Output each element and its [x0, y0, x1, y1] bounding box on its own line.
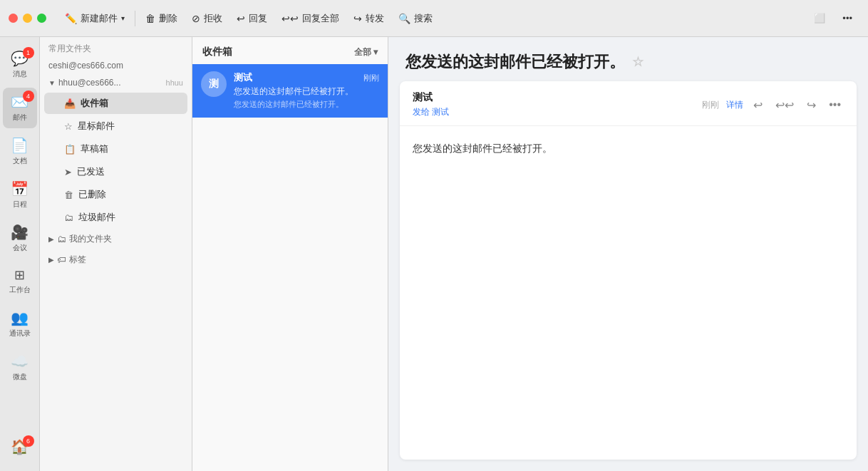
search-button[interactable]: 🔍 搜索 — [391, 9, 440, 29]
more-icon: ••• — [842, 13, 852, 24]
mail-title: 您发送的这封邮件已经被打开。 ☆ — [405, 51, 644, 73]
layout-button[interactable]: ⬜ — [807, 9, 832, 27]
mail-badge: 4 — [23, 90, 34, 102]
inbox-title: 收件箱 — [202, 46, 232, 58]
folder-deleted[interactable]: 🗑 已删除 — [44, 184, 187, 205]
sidebar-item-home[interactable]: 🏠 6 — [3, 433, 37, 461]
close-button[interactable] — [9, 14, 18, 23]
detail-link[interactable]: 详情 — [726, 100, 743, 110]
delete-icon: 🗑 — [145, 13, 155, 24]
mail-time-meta: 刚刚 详情 — [702, 99, 743, 111]
worktable-icon: ⊞ — [14, 267, 25, 283]
deleted-icon: 🗑 — [64, 190, 73, 200]
mail-content-header: 您发送的这封邮件已经被打开。 ☆ — [388, 37, 868, 81]
sidebar-item-docs[interactable]: 📄 文档 — [3, 131, 37, 172]
mail-body-header: 测试 发给 测试 刚刚 详情 ↩ ↩↩ ↪ ••• — [400, 81, 857, 126]
maximize-button[interactable] — [37, 14, 46, 23]
my-folders-folder-icon: 🗂 — [57, 234, 66, 244]
sidebar-item-weidisk[interactable]: ☁️ 微盘 — [3, 347, 37, 388]
filter-chevron-icon: ▾ — [373, 47, 378, 57]
mail-info-top: 测试 刚刚 — [234, 71, 379, 84]
more-button[interactable]: ••• — [835, 9, 859, 27]
titlebar: ✏️ 新建邮件 ▾ 🗑 删除 ⊘ 拒收 ↩ 回复 ↩↩ 回复全部 ↪ 转发 🔍 … — [0, 0, 868, 37]
schedule-icon: 📅 — [11, 180, 29, 197]
tags-folder-icon: 🏷 — [57, 254, 66, 265]
messages-badge: 1 — [23, 47, 34, 58]
sidebar-item-mail[interactable]: ✉️ 邮件 4 — [3, 88, 37, 128]
forward-button[interactable]: ↪ 转发 — [346, 9, 391, 29]
compose-icon: ✏️ — [65, 13, 77, 24]
chevron-down-icon: ▾ — [121, 14, 125, 22]
folder-panel: 常用文件夹 ceshi@ces666.com ▼ hhuu@ces666... … — [40, 37, 192, 471]
sidebar-item-contacts[interactable]: 👥 通讯录 — [3, 304, 37, 344]
main-layout: 💬 消息 1 ✉️ 邮件 4 📄 文档 📅 日程 🎥 会议 ⊞ 工作台 👥 通讯… — [0, 37, 868, 471]
sidebar-item-messages[interactable]: 💬 消息 1 — [3, 44, 37, 85]
mail-forward-btn[interactable]: ↪ — [804, 95, 819, 115]
reply-all-icon: ↩↩ — [281, 13, 299, 24]
folder-spam[interactable]: 🗂 垃圾邮件 — [44, 207, 187, 228]
common-folders-header: 常用文件夹 — [40, 37, 192, 58]
reply-button[interactable]: ↩ 回复 — [229, 9, 274, 29]
reply-all-button[interactable]: ↩↩ 回复全部 — [274, 9, 346, 29]
new-mail-button[interactable]: ✏️ 新建邮件 ▾ — [58, 9, 132, 29]
minimize-button[interactable] — [23, 14, 32, 23]
sent-icon: ➤ — [64, 167, 72, 177]
mail-list-header: 收件箱 全部 ▾ — [192, 37, 388, 64]
traffic-lights — [9, 14, 46, 23]
chevron-icon: ▼ — [48, 79, 56, 87]
spam-icon: 🗂 — [64, 212, 73, 223]
avatar: 测 — [201, 71, 227, 97]
folder-starred[interactable]: ☆ 星标邮件 — [44, 115, 187, 137]
weidisk-icon: ☁️ — [11, 353, 29, 370]
star-button[interactable]: ☆ — [632, 54, 644, 70]
account1-label: ceshi@ces666.com — [40, 58, 192, 73]
sidebar-item-worktable[interactable]: ⊞ 工作台 — [3, 262, 37, 301]
drafts-icon: 📋 — [64, 144, 76, 155]
forward-icon: ↪ — [353, 13, 362, 24]
sidebar-item-meeting[interactable]: 🎥 会议 — [3, 218, 37, 259]
sidebar-item-schedule[interactable]: 📅 日程 — [3, 175, 37, 215]
mail-filter[interactable]: 全部 ▾ — [354, 46, 378, 58]
tags-header[interactable]: ▶ 🏷 标签 — [40, 249, 192, 270]
meeting-icon: 🎥 — [11, 224, 29, 241]
mail-to: 发给 测试 — [413, 106, 449, 118]
divider — [135, 11, 135, 26]
docs-icon: 📄 — [11, 137, 29, 154]
folder-drafts[interactable]: 📋 草稿箱 — [44, 138, 187, 160]
mail-list-panel: 收件箱 全部 ▾ 测 测试 刚刚 您发送的这封邮件已经被打开。 您发送的这封邮件… — [192, 37, 388, 471]
sidebar-bottom: 🏠 6 — [0, 431, 40, 471]
my-folders-header[interactable]: ▶ 🗂 我的文件夹 — [40, 229, 192, 249]
folder-sent[interactable]: ➤ 已发送 — [44, 161, 187, 182]
mail-item[interactable]: 测 测试 刚刚 您发送的这封邮件已经被打开。 您发送的这封邮件已经被打开。 — [192, 64, 388, 118]
mail-content-panel: 您发送的这封邮件已经被打开。 ☆ 测试 发给 测试 刚刚 详情 — [388, 37, 868, 471]
mail-from-info: 测试 发给 测试 — [413, 91, 449, 118]
mail-body-actions-area: 刚刚 详情 ↩ ↩↩ ↪ ••• — [702, 95, 844, 115]
folder-inbox[interactable]: 📥 收件箱 — [44, 93, 187, 114]
search-icon: 🔍 — [398, 13, 410, 24]
delete-button[interactable]: 🗑 删除 — [138, 9, 185, 29]
mail-content-body: 测试 发给 测试 刚刚 详情 ↩ ↩↩ ↪ ••• — [400, 81, 857, 460]
mail-body-content: 您发送的这封邮件已经被打开。 — [400, 126, 857, 460]
chevron-tags-icon: ▶ — [48, 256, 54, 264]
contacts-icon: 👥 — [11, 309, 29, 326]
mail-reply-all-btn[interactable]: ↩↩ — [773, 95, 797, 115]
mail-info: 测试 刚刚 您发送的这封邮件已经被打开。 您发送的这封邮件已经被打开。 — [234, 71, 379, 110]
mail-more-btn[interactable]: ••• — [826, 95, 844, 114]
star-folder-icon: ☆ — [64, 121, 73, 132]
sidebar-icons: 💬 消息 1 ✉️ 邮件 4 📄 文档 📅 日程 🎥 会议 ⊞ 工作台 👥 通讯… — [0, 37, 40, 471]
toolbar-right: ⬜ ••• — [807, 9, 859, 27]
mail-reply-btn[interactable]: ↩ — [750, 95, 765, 115]
inbox-icon: 📥 — [64, 98, 76, 109]
home-badge: 6 — [23, 435, 34, 447]
account2-header[interactable]: ▼ hhuu@ces666... hhuu — [40, 73, 192, 92]
reject-icon: ⊘ — [192, 13, 200, 24]
chevron-my-folders-icon: ▶ — [48, 235, 54, 243]
reply-icon: ↩ — [237, 13, 245, 24]
reject-button[interactable]: ⊘ 拒收 — [185, 9, 229, 29]
layout-icon: ⬜ — [814, 13, 825, 24]
